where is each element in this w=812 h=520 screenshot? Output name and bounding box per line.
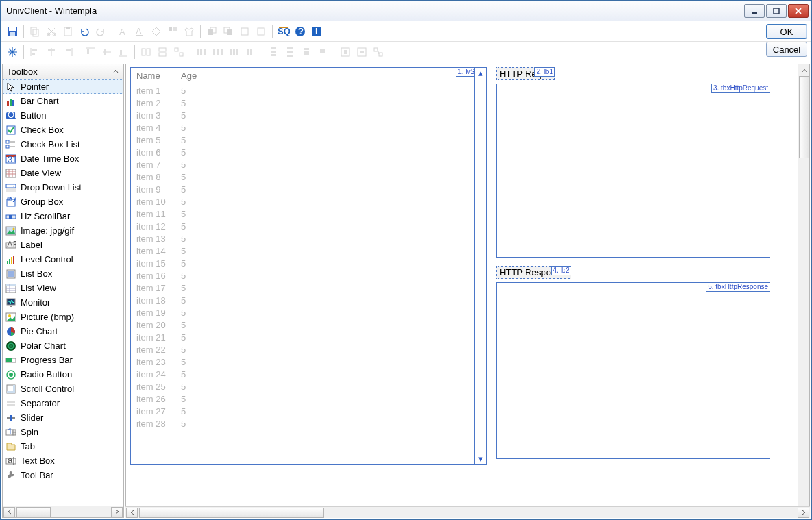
ok-button[interactable]: OK [766,24,807,39]
table-row[interactable]: item 145 [131,245,486,257]
table-row[interactable]: item 135 [131,232,486,245]
hspace-equal-icon[interactable] [194,45,209,60]
toolbox-item-monitor[interactable]: Monitor [3,295,123,310]
hspace-inc-icon[interactable] [210,45,225,60]
table-row[interactable]: item 285 [131,417,486,430]
toolbox-item-bar-chart[interactable]: Bar Chart [3,94,123,108]
minimize-button[interactable] [744,4,765,18]
table-row[interactable]: item 185 [131,294,486,306]
scroll-down-icon[interactable]: ▾ [476,454,486,464]
table-row[interactable]: item 175 [131,282,486,294]
font-color-icon[interactable]: A [132,24,147,39]
table-row[interactable]: item 15 [131,84,486,97]
scrollbar-thumb[interactable] [16,507,51,517]
hspace-dec-icon[interactable] [227,45,242,60]
snowflake-icon[interactable] [5,45,20,60]
toolbox-item-level-control[interactable]: Level Control [3,252,123,267]
toolbox-item-polar-chart[interactable]: Polar Chart [3,338,123,353]
hspace-remove-icon[interactable] [243,45,258,60]
table-row[interactable]: item 265 [131,393,486,405]
shirt-icon[interactable] [182,24,197,39]
table-row[interactable]: item 155 [131,257,486,269]
toolbox-item-image-jpg-gif[interactable]: Image: jpg/gif [3,223,123,238]
table-row[interactable]: item 205 [131,319,486,331]
align-top-icon[interactable] [83,45,98,60]
cut-icon[interactable] [44,24,59,39]
sql-icon[interactable]: SQL [276,24,291,39]
toolbox-item-scroll-control[interactable]: Scroll Control [3,382,123,396]
table-row[interactable]: item 105 [131,195,486,208]
vspace-dec-icon[interactable] [299,45,314,60]
align-bottom-icon[interactable] [116,45,131,60]
bring-front-icon[interactable] [204,24,219,39]
help-icon[interactable]: ? [293,24,308,39]
undo-icon[interactable] [77,24,92,39]
toolbox-item-tool-bar[interactable]: Tool Bar [3,468,123,482]
table-row[interactable]: item 95 [131,183,486,195]
same-height-icon[interactable] [155,45,170,60]
save-icon[interactable] [5,24,20,39]
scrollbar-thumb[interactable] [139,508,324,518]
align-right-icon[interactable] [60,45,75,60]
toolbox-item-check-box[interactable]: Check Box [3,123,123,137]
scroll-left-icon[interactable] [126,508,138,518]
control-label-lb2[interactable]: HTTP Response 4. lb2 [496,266,571,279]
maximize-button[interactable] [766,4,787,18]
same-width-icon[interactable] [138,45,153,60]
toolbox-item-pie-chart[interactable]: Pie Chart [3,324,123,338]
toolbox-item-separator[interactable]: Separator [3,396,123,410]
table-row[interactable]: item 235 [131,356,486,368]
redo-icon[interactable] [93,24,108,39]
toolbox-header[interactable]: Toolbox [3,64,123,79]
listview-vscrollbar[interactable]: ▴ ▾ [474,68,486,464]
table-row[interactable]: item 115 [131,208,486,220]
toolbox-item-tab[interactable]: Tab [3,439,123,454]
toolbox-item-text-box[interactable]: a|Text Box [3,454,123,468]
center-v-icon[interactable] [354,45,369,60]
control-listview-lvstaff[interactable]: 1. lvStaff Name Age item 15item 25item 3… [130,67,487,465]
same-size-icon[interactable] [171,45,186,60]
toolbox-item-progress-bar[interactable]: Progress Bar [3,353,123,367]
close-button[interactable] [788,4,809,18]
align-left-icon[interactable] [27,45,42,60]
canvas-hscrollbar[interactable] [125,506,810,518]
table-row[interactable]: item 85 [131,171,486,183]
toolbox-item-pointer[interactable]: Pointer [3,79,123,94]
scroll-up-icon[interactable]: ▴ [476,68,486,78]
control-textbox-tbxhttpresponse[interactable]: 5. tbxHttpResponse [496,282,770,459]
vspace-inc-icon[interactable] [282,45,297,60]
table-row[interactable]: item 45 [131,121,486,134]
scroll-right-icon[interactable] [798,508,809,518]
info-icon[interactable]: i [309,24,324,39]
table-row[interactable]: item 165 [131,269,486,282]
designer-canvas[interactable]: 1. lvStaff Name Age item 15item 25item 3… [125,64,810,506]
paste-icon[interactable] [60,24,75,39]
fill-icon[interactable] [149,24,164,39]
layer-down-icon[interactable] [254,24,269,39]
column-header[interactable]: Age [175,68,486,84]
column-header[interactable]: Name [131,68,175,84]
table-row[interactable]: item 125 [131,220,486,232]
table-row[interactable]: item 255 [131,380,486,393]
font-icon[interactable]: A [116,24,131,39]
toolbox-item-list-box[interactable]: List Box [3,267,123,281]
toolbox-item-spin[interactable]: 1Spin [3,425,123,439]
scroll-up-icon[interactable] [799,65,809,75]
layer-up-icon[interactable] [237,24,252,39]
table-row[interactable]: item 35 [131,109,486,121]
table-row[interactable]: item 25 [131,97,486,109]
toolbox-item-group-box[interactable]: xyGroup Box [3,195,123,209]
control-textbox-tbxhttprequest[interactable]: 3. tbxHttpRequest [496,84,770,258]
toolbox-item-date-time-box[interactable]: 31Date Time Box [3,151,123,166]
tab-order-icon[interactable] [371,45,386,60]
toolbox-item-slider[interactable]: Slider [3,410,123,425]
toolbox-item-radio-button[interactable]: Radio Button [3,367,123,382]
toolbox-item-button[interactable]: OKButton [3,108,123,123]
palette-icon[interactable] [165,24,180,39]
cancel-button[interactable]: Cancel [766,42,807,57]
toolbox-list[interactable]: PointerBar ChartOKButtonCheck BoxCheck B… [3,79,123,506]
table-row[interactable]: item 55 [131,134,486,146]
toolbox-item-picture-bmp-[interactable]: Picture (bmp) [3,310,123,324]
toolbox-item-check-box-list[interactable]: Check Box List [3,137,123,151]
table-row[interactable]: item 195 [131,306,486,319]
